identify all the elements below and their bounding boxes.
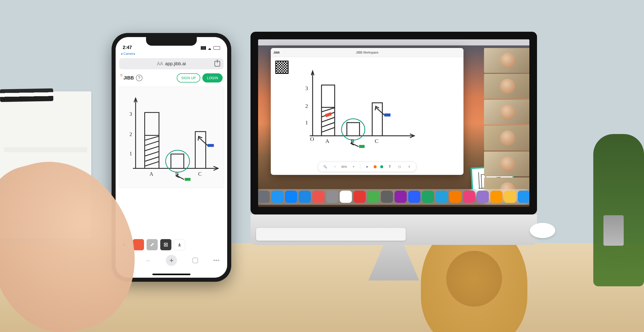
erase-tool[interactable] <box>160 239 171 250</box>
whiteboard-canvas-desktop[interactable]: O 321 A B <box>271 57 463 156</box>
nav-tabs-icon[interactable] <box>192 258 198 263</box>
video-tile[interactable] <box>484 126 529 151</box>
upload-icon[interactable]: ⇪ <box>406 164 412 170</box>
jibb-logo-small: JIBB <box>273 51 280 54</box>
svg-line-34 <box>145 162 159 166</box>
svg-rect-38 <box>185 178 191 181</box>
zoom-in-button[interactable]: + <box>351 164 357 170</box>
dock-app-icon[interactable] <box>285 191 297 203</box>
svg-text:2: 2 <box>305 103 308 109</box>
sketch-chart-phone: 321 A B C <box>119 87 224 188</box>
qr-code-icon[interactable] <box>275 61 289 74</box>
video-tile[interactable] <box>484 152 529 176</box>
dock-app-icon[interactable] <box>381 191 393 203</box>
safari-url-bar[interactable]: AA app.jibb.ai <box>119 58 224 69</box>
svg-line-31 <box>145 146 159 151</box>
whiteboard-canvas-phone[interactable]: 321 A B C <box>119 87 224 188</box>
dock-app-icon[interactable] <box>395 191 407 203</box>
nav-newtab-button[interactable]: + <box>166 255 177 266</box>
share-icon[interactable] <box>214 61 220 67</box>
dock-app-icon[interactable] <box>477 191 489 203</box>
zoom-value: 65% <box>341 164 347 170</box>
divider <box>360 164 361 170</box>
svg-text:A: A <box>149 171 153 177</box>
keyboard <box>256 228 406 241</box>
dock-app-icon[interactable] <box>504 191 516 203</box>
help-icon[interactable]: ? <box>136 75 142 81</box>
color-green-icon[interactable] <box>380 165 383 168</box>
pen-tool[interactable] <box>147 239 158 250</box>
text-tool[interactable]: T <box>387 164 393 170</box>
dock-app-icon[interactable] <box>518 191 529 203</box>
avatar <box>500 79 515 94</box>
nav-forward-icon[interactable]: → <box>145 257 151 264</box>
home-indicator[interactable] <box>152 274 190 275</box>
jibb-workspace-window[interactable]: JIBB JIBB Workspace O 321 <box>271 48 463 175</box>
dock-app-icon[interactable] <box>326 191 338 203</box>
signup-button[interactable]: SIGN UP <box>177 73 201 82</box>
login-button[interactable]: LOGIN <box>202 73 223 82</box>
svg-line-29 <box>145 136 159 140</box>
dock-app-icon[interactable] <box>353 191 366 203</box>
svg-line-9 <box>322 123 334 127</box>
download-tool[interactable] <box>174 239 185 250</box>
text-size-icon[interactable]: AA <box>157 61 163 67</box>
jibb-logo[interactable]: ʳᴶ JIBB ? <box>120 75 142 81</box>
dock-app-icon[interactable] <box>367 191 379 203</box>
dock-app-icon[interactable] <box>299 191 311 203</box>
video-tile[interactable] <box>484 74 529 99</box>
window-title: JIBB Workspace <box>356 51 378 54</box>
color-swatch-tool[interactable] <box>133 239 144 250</box>
pointer-tool-icon[interactable]: ➤ <box>364 164 370 170</box>
svg-text:C: C <box>198 171 202 177</box>
svg-rect-11 <box>325 113 331 117</box>
imac-stand <box>368 245 419 280</box>
logo-text: JIBB <box>123 75 134 81</box>
window-titlebar[interactable]: JIBB JIBB Workspace <box>271 48 463 57</box>
plant <box>593 134 644 286</box>
video-tile[interactable] <box>484 100 529 125</box>
svg-rect-15 <box>359 145 365 148</box>
color-orange-icon[interactable] <box>374 165 377 168</box>
svg-line-10 <box>322 128 334 132</box>
dock-app-icon[interactable] <box>449 191 461 203</box>
search-icon[interactable]: 🔍 <box>322 164 328 170</box>
books-stack <box>0 88 53 102</box>
svg-text:C: C <box>375 138 379 144</box>
svg-text:2: 2 <box>129 131 132 137</box>
svg-rect-16 <box>384 113 390 117</box>
svg-line-8 <box>322 118 334 122</box>
dock-app-icon[interactable] <box>271 191 283 203</box>
svg-line-32 <box>145 152 159 156</box>
jibb-toolbar-desktop: 🔍 − 65% + ➤ T ◻ ⇪ <box>318 162 416 172</box>
dock-app-icon[interactable] <box>340 191 352 203</box>
avatar <box>500 53 515 68</box>
video-tile[interactable] <box>484 48 529 73</box>
nav-more-icon[interactable]: ••• <box>213 257 220 264</box>
signal-icon <box>201 46 206 50</box>
dock-app-icon[interactable] <box>422 191 434 203</box>
macos-dock[interactable] <box>258 189 529 205</box>
sketch-chart-desktop: O 321 A B <box>271 57 463 156</box>
avatar <box>500 156 515 172</box>
dock-app-icon[interactable] <box>258 191 270 203</box>
dock-app-icon[interactable] <box>312 191 325 203</box>
download-icon <box>177 242 182 247</box>
dock-app-icon[interactable] <box>490 191 503 203</box>
dock-app-icon[interactable] <box>408 191 420 203</box>
url-text: app.jibb.ai <box>165 61 186 67</box>
imac-screen: JIBB JIBB Workspace O 321 <box>251 32 537 214</box>
shape-tool-icon[interactable]: ◻ <box>397 164 403 170</box>
svg-line-30 <box>145 141 159 145</box>
svg-point-36 <box>166 150 189 172</box>
back-to-camera-link[interactable]: ◂ Camera <box>116 51 227 56</box>
macos-menubar[interactable] <box>258 39 529 45</box>
svg-text:A: A <box>325 138 329 144</box>
notch <box>146 37 197 46</box>
dock-app-icon[interactable] <box>463 191 475 203</box>
zoom-out-button[interactable]: − <box>332 164 338 170</box>
dock-app-icon[interactable] <box>436 191 448 203</box>
svg-line-6 <box>322 108 334 112</box>
svg-line-18 <box>478 172 479 189</box>
pen-icon <box>150 242 155 247</box>
